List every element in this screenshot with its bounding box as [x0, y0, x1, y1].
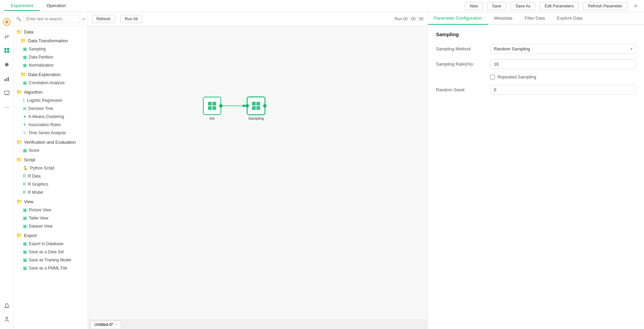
svg-rect-21 [252, 102, 256, 105]
svg-rect-20 [212, 106, 216, 110]
grid-icon[interactable] [1, 44, 13, 56]
sidebar-item-save-pmml[interactable]: ▦ Save as a PMML File [14, 264, 88, 272]
group-data-header[interactable]: 📁 Data [14, 27, 88, 36]
sidebar-item-r-model[interactable]: R R Model [14, 188, 88, 196]
svg-point-14 [6, 317, 8, 319]
group-algorithm-header[interactable]: 📁 Algorithm [14, 88, 88, 96]
param-random-seed-input[interactable] [490, 85, 636, 95]
canvas-toolbar: Refresh Run All Run 00 : 00 : 00 [88, 12, 428, 26]
group-verification-header[interactable]: 📁 Verification and Evaluation [14, 138, 88, 146]
edit-params-button[interactable]: Edit Parameters [539, 2, 579, 10]
canvas-tab-untitled[interactable]: Untitled-0* × [91, 321, 121, 328]
sidebar-item-data-partition[interactable]: ▦ Data Partition [14, 53, 88, 61]
tab-metadata[interactable]: Metadata [488, 12, 519, 25]
export-db-icon: ▦ [23, 241, 27, 246]
sidebar-menu-icon[interactable]: ≡ [82, 16, 85, 22]
tab-operation[interactable]: Operation [40, 1, 73, 11]
group-data-exploration: 📁 Data Exploration ▦ Correlation Analysi… [14, 70, 88, 87]
sidebar-item-association-rules[interactable]: ✳ Association Rules [14, 121, 88, 129]
sidebar-item-normalization[interactable]: ▦ Normalization [14, 61, 88, 69]
svg-rect-17 [208, 102, 212, 105]
group-data-exploration-header[interactable]: 📁 Data Exploration [14, 70, 88, 79]
node-sampling[interactable]: Sampling [247, 97, 265, 120]
right-panel: Parameter Configuration Metadata Filter … [428, 12, 644, 329]
sampling-input-port[interactable] [246, 104, 249, 108]
canvas-tab-close[interactable]: × [115, 323, 117, 326]
chart-icon[interactable] [1, 73, 13, 85]
sidebar-item-score-label: Score [29, 148, 39, 153]
workflow-connector [88, 26, 428, 320]
close-button[interactable]: × [631, 2, 640, 10]
refresh-button[interactable]: Refresh [92, 15, 115, 23]
sidebar-item-time-series-label: Time Series Analysis [28, 131, 66, 135]
sidebar-item-normalization-label: Normalization [29, 63, 53, 68]
iris-output-port[interactable] [219, 104, 223, 108]
svg-rect-10 [4, 79, 5, 81]
sidebar-item-logistic-regression[interactable]: ⟦ Logistic Regression [14, 96, 88, 104]
sidebar-item-sampling[interactable]: ▦ Sampling [14, 45, 88, 53]
node-sampling-label: Sampling [248, 116, 264, 120]
logo-icon [1, 16, 13, 28]
exchange-icon[interactable]: ⇄ [1, 30, 13, 42]
sidebar-item-k-means[interactable]: ✦ K-Means Clustering [14, 113, 88, 121]
sidebar-item-decision-tree[interactable]: ⊞ Decision Tree [14, 104, 88, 113]
logistic-regression-icon: ⟦ [23, 98, 25, 103]
sidebar-item-time-series[interactable]: ∿ Time Series Analysis [14, 129, 88, 137]
more-icon[interactable]: ⋯ [1, 101, 13, 113]
group-script-header[interactable]: 📁 Script [14, 155, 88, 164]
sidebar-item-dataset-view[interactable]: ▦ Dataset View [14, 222, 88, 230]
sidebar-item-save-training[interactable]: ▦ Save as Training Model [14, 256, 88, 264]
message-icon[interactable] [1, 87, 13, 99]
param-sampling-ratio-input[interactable] [490, 59, 636, 69]
search-input[interactable] [23, 15, 80, 23]
user-icon[interactable] [1, 313, 13, 325]
tab-filter-data[interactable]: Filter Data [519, 12, 551, 25]
sidebar-item-python-script[interactable]: 🐍 Python Script [14, 164, 88, 172]
new-button[interactable]: New [465, 2, 483, 10]
sidebar-item-table-view-label: Table View [29, 216, 48, 220]
svg-point-1 [5, 20, 8, 24]
run-all-button[interactable]: Run All [120, 15, 142, 23]
param-repeated-sampling-label: Repeated Sampling [498, 74, 536, 79]
sidebar-item-r-data[interactable]: R R Data [14, 172, 88, 180]
sidebar-item-picture-view[interactable]: ▦ Picture View [14, 206, 88, 214]
param-sampling-method-select[interactable]: Random Sampling Systematic Sampling Stra… [490, 44, 636, 54]
sidebar-item-correlation-label: Correlation Analysis [29, 80, 65, 85]
sidebar-item-correlation-analysis[interactable]: ▦ Correlation Analysis [14, 79, 88, 87]
group-data-transformation-header[interactable]: 📁 Data Transformation [14, 36, 88, 45]
sidebar-item-score[interactable]: ▦ Score [14, 146, 88, 155]
group-export-header[interactable]: 📁 Export [14, 231, 88, 240]
r-data-icon: R [23, 174, 26, 179]
bell-icon[interactable] [1, 300, 13, 312]
param-repeated-sampling-checkbox[interactable] [490, 75, 495, 79]
group-view-header[interactable]: 📁 View [14, 197, 88, 206]
sidebar-item-r-graphics[interactable]: R R Graphics [14, 180, 88, 188]
node-iris-label: Iris [210, 116, 215, 120]
node-iris[interactable]: Iris [203, 97, 221, 120]
sidebar-item-table-view[interactable]: ▦ Table View [14, 214, 88, 222]
save-as-button[interactable]: Save As [510, 2, 535, 10]
tab-explore-data[interactable]: Explore Data [551, 12, 589, 25]
folder-view-icon: 📁 [16, 199, 22, 204]
canvas-main[interactable]: Iris Sampling [88, 26, 428, 320]
group-export: 📁 Export ▦ Export to Database ▦ Save as … [14, 231, 88, 272]
sampling-output-port[interactable] [263, 104, 267, 108]
sidebar-item-save-training-label: Save as Training Model [29, 258, 71, 262]
group-script-label: Script [24, 157, 35, 162]
asterisk-icon[interactable] [1, 58, 13, 71]
node-sampling-box[interactable] [247, 97, 265, 115]
svg-rect-23 [252, 106, 256, 110]
svg-rect-3 [7, 48, 9, 50]
param-random-seed-label: Random Seed: [436, 87, 490, 92]
refresh-param-button[interactable]: Refresh Parameter [583, 2, 627, 10]
svg-rect-5 [7, 51, 9, 53]
save-button[interactable]: Save [487, 2, 506, 10]
node-iris-box[interactable] [203, 97, 221, 115]
group-script: 📁 Script 🐍 Python Script R R Data R R Gr… [14, 155, 88, 196]
sidebar-item-export-db[interactable]: ▦ Export to Database [14, 240, 88, 248]
run-timer: Run 00 : 00 : 00 [395, 17, 423, 21]
tab-experiment[interactable]: Experiment [4, 1, 40, 11]
canvas-tab-bar: Untitled-0* × [88, 320, 428, 329]
tab-param-config[interactable]: Parameter Configuration [428, 12, 488, 25]
sidebar-item-save-dataset[interactable]: ▦ Save as a Data Set [14, 248, 88, 256]
